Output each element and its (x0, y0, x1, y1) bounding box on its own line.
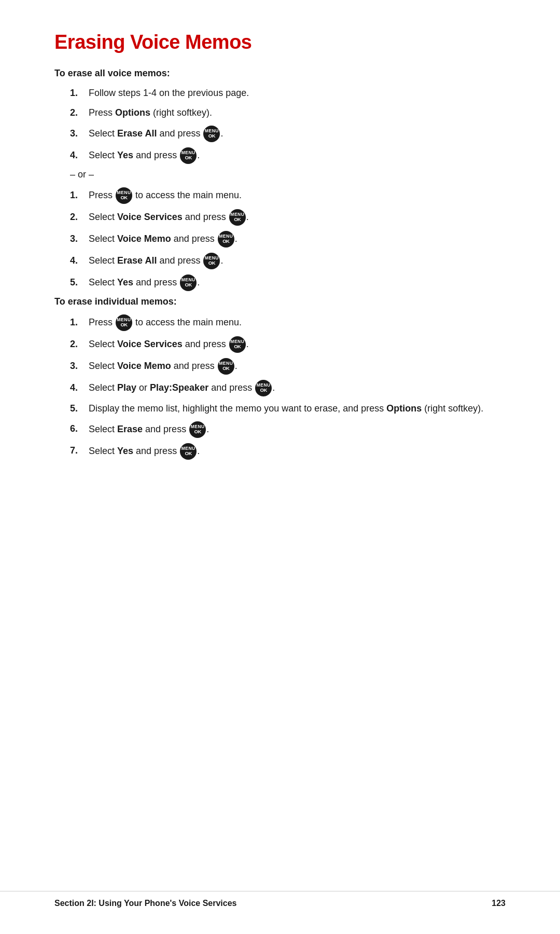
step-content: Select Yes and press MENUOK. (89, 147, 506, 164)
step-number: 4. (70, 254, 89, 268)
menu-ok-icon: MENUOK (255, 380, 272, 396)
menu-ok-icon: MENUOK (180, 443, 197, 460)
steps-section1b: 1. Press MENUOK to access the main menu.… (70, 187, 506, 291)
step-content: Select Play or Play:Speaker and press ME… (89, 380, 506, 396)
step-s1a-2: 2. Press Options (right softkey). (70, 106, 506, 120)
step-number: 2. (70, 337, 89, 351)
step-content: Select Voice Memo and press MENUOK. (89, 358, 506, 375)
step-number: 5. (70, 276, 89, 290)
section1-heading: To erase all voice memos: (54, 68, 506, 79)
step-content: Select Erase All and press MENUOK. (89, 126, 506, 142)
menu-ok-icon: MENUOK (218, 231, 234, 248)
section2-heading: To erase individual memos: (54, 296, 506, 307)
menu-ok-icon: MENUOK (180, 274, 197, 291)
step-number: 3. (70, 127, 89, 141)
step-s2-6: 6. Select Erase and press MENUOK. (70, 421, 506, 438)
step-number: 4. (70, 381, 89, 395)
or-divider: – or – (70, 169, 506, 180)
step-content: Select Yes and press MENUOK. (89, 443, 506, 460)
step-content: Press Options (right softkey). (89, 106, 506, 120)
footer-page-number: 123 (492, 899, 506, 908)
step-s1b-4: 4. Select Erase All and press MENUOK. (70, 253, 506, 269)
step-s2-2: 2. Select Voice Services and press MENUO… (70, 336, 506, 353)
step-number: 2. (70, 210, 89, 224)
step-content: Press MENUOK to access the main menu. (89, 187, 506, 204)
step-content: Display the memo list, highlight the mem… (89, 402, 506, 416)
step-s2-3: 3. Select Voice Memo and press MENUOK. (70, 358, 506, 375)
steps-section2: 1. Press MENUOK to access the main menu.… (70, 314, 506, 460)
step-content: Press MENUOK to access the main menu. (89, 314, 506, 331)
menu-ok-icon: MENUOK (116, 314, 132, 331)
step-number: 1. (70, 188, 89, 202)
menu-ok-icon: MENUOK (229, 336, 246, 353)
page-container: Erasing Voice Memos To erase all voice m… (0, 0, 560, 934)
step-number: 1. (70, 86, 89, 100)
step-number: 1. (70, 315, 89, 329)
step-s2-5: 5. Display the memo list, highlight the … (70, 402, 506, 416)
step-content: Select Voice Memo and press MENUOK. (89, 231, 506, 248)
step-content: Select Voice Services and press MENUOK. (89, 209, 506, 226)
menu-ok-icon: MENUOK (203, 126, 220, 142)
menu-ok-icon: MENUOK (203, 253, 220, 269)
step-number: 5. (70, 402, 89, 416)
menu-ok-icon: MENUOK (180, 147, 197, 164)
menu-ok-icon: MENUOK (218, 358, 234, 375)
step-s1a-3: 3. Select Erase All and press MENUOK. (70, 126, 506, 142)
menu-ok-icon: MENUOK (229, 209, 246, 226)
page-footer: Section 2I: Using Your Phone's Voice Ser… (0, 891, 560, 908)
step-content: Select Voice Services and press MENUOK. (89, 336, 506, 353)
step-s1b-1: 1. Press MENUOK to access the main menu. (70, 187, 506, 204)
footer-section-label: Section 2I: Using Your Phone's Voice Ser… (54, 899, 236, 908)
step-s2-7: 7. Select Yes and press MENUOK. (70, 443, 506, 460)
step-s1b-3: 3. Select Voice Memo and press MENUOK. (70, 231, 506, 248)
page-title: Erasing Voice Memos (54, 31, 506, 53)
step-content: Select Yes and press MENUOK. (89, 274, 506, 291)
step-s2-1: 1. Press MENUOK to access the main menu. (70, 314, 506, 331)
menu-ok-icon: MENUOK (189, 421, 206, 438)
step-number: 3. (70, 359, 89, 373)
step-number: 6. (70, 422, 89, 436)
step-number: 3. (70, 232, 89, 246)
step-number: 2. (70, 106, 89, 120)
step-s1a-4: 4. Select Yes and press MENUOK. (70, 147, 506, 164)
menu-ok-icon: MENUOK (116, 187, 132, 204)
step-s1a-1: 1. Follow steps 1-4 on the previous page… (70, 86, 506, 101)
step-content: Select Erase All and press MENUOK. (89, 253, 506, 269)
steps-section1a: 1. Follow steps 1-4 on the previous page… (70, 86, 506, 164)
step-s1b-5: 5. Select Yes and press MENUOK. (70, 274, 506, 291)
step-content: Follow steps 1-4 on the previous page. (89, 86, 506, 101)
step-content: Select Erase and press MENUOK. (89, 421, 506, 438)
step-number: 4. (70, 148, 89, 162)
step-s2-4: 4. Select Play or Play:Speaker and press… (70, 380, 506, 396)
step-number: 7. (70, 444, 89, 458)
step-s1b-2: 2. Select Voice Services and press MENUO… (70, 209, 506, 226)
